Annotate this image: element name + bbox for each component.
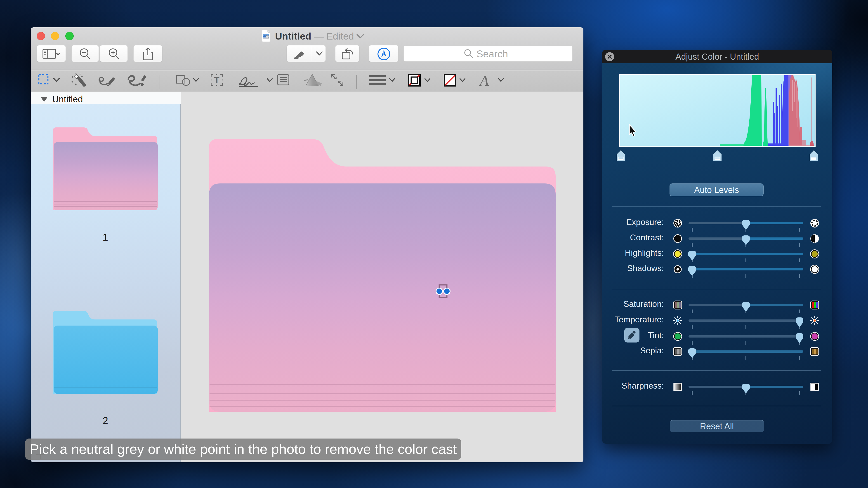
svg-text:T: T <box>214 75 219 85</box>
